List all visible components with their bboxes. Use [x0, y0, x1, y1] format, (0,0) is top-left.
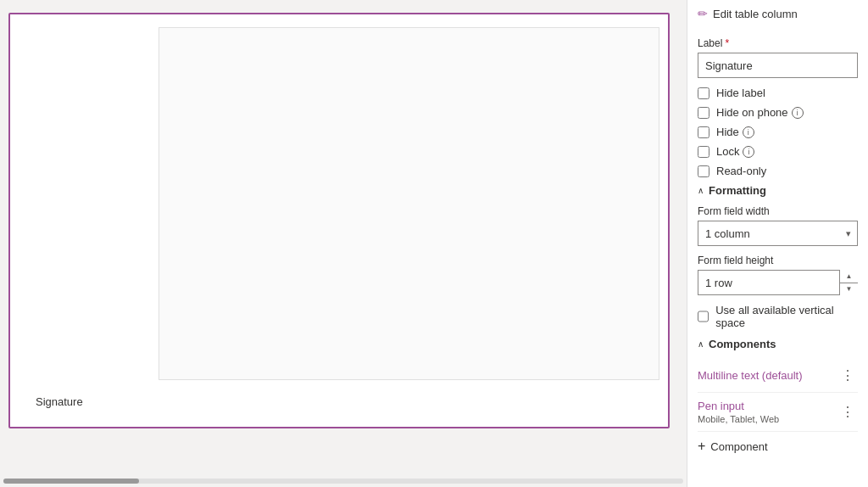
formatting-header[interactable]: ∧ Formatting	[698, 184, 858, 197]
height-input[interactable]	[698, 270, 858, 295]
add-component-plus-icon: +	[698, 439, 705, 454]
main-canvas: Signature	[0, 0, 687, 487]
component-multiline-more-icon[interactable]: ⋮	[837, 366, 858, 385]
component-pen-info: Pen input Mobile, Tablet, Web	[698, 400, 779, 424]
formatting-title: Formatting	[709, 184, 766, 197]
lock-checkbox[interactable]	[698, 146, 709, 158]
label-field-label: Label *	[698, 37, 858, 49]
hide-on-phone-text: Hide on phone i	[716, 106, 804, 119]
panel-header: ✏ Edit table column	[698, 7, 858, 27]
lock-checkbox-row[interactable]: Lock i	[698, 145, 858, 158]
scroll-track	[3, 479, 683, 484]
hide-on-phone-checkbox-row[interactable]: Hide on phone i	[698, 106, 858, 119]
vertical-space-checkbox-row[interactable]: Use all available vertical space	[698, 304, 858, 329]
vertical-space-checkbox[interactable]	[698, 311, 709, 322]
hide-checkbox-row[interactable]: Hide i	[698, 126, 858, 138]
right-panel: ✏ Edit table column Label * Hide label H…	[687, 0, 868, 487]
form-container: Signature	[8, 13, 670, 428]
hide-label-checkbox-row[interactable]: Hide label	[698, 87, 858, 99]
height-increment-button[interactable]: ▲	[840, 270, 858, 283]
hide-on-phone-info-icon[interactable]: i	[792, 107, 804, 119]
required-indicator: *	[725, 37, 729, 49]
add-component-label: Component	[710, 440, 767, 453]
component-multiline-name: Multiline text (default)	[698, 369, 803, 382]
height-control-wrapper: ▲ ▼	[698, 270, 858, 295]
hide-info-icon[interactable]: i	[743, 126, 754, 138]
form-field-height-section: Form field height ▲ ▼	[698, 255, 858, 295]
edit-table-column-icon: ✏	[698, 7, 708, 20]
panel-title: Edit table column	[713, 8, 798, 20]
component-pen-sub: Mobile, Tablet, Web	[698, 414, 779, 424]
components-title: Components	[709, 338, 776, 350]
components-section: ∧ Components Multiline text (default) ⋮ …	[698, 338, 858, 461]
add-component-button[interactable]: + Component	[698, 432, 858, 461]
hide-on-phone-checkbox[interactable]	[698, 107, 709, 119]
hide-label-text: Hide label	[716, 87, 765, 99]
component-pen-more-icon[interactable]: ⋮	[837, 402, 858, 422]
scroll-thumb[interactable]	[3, 479, 139, 484]
component-item-multiline: Multiline text (default) ⋮	[698, 359, 858, 393]
height-decrement-button[interactable]: ▼	[840, 283, 858, 296]
label-input[interactable]	[698, 53, 858, 78]
components-chevron-icon: ∧	[698, 339, 704, 349]
checkboxes-section: Hide label Hide on phone i Hide i Lock i	[698, 87, 858, 177]
height-label: Form field height	[698, 255, 858, 266]
components-header[interactable]: ∧ Components	[698, 338, 858, 350]
height-spinner: ▲ ▼	[839, 270, 858, 295]
hide-checkbox[interactable]	[698, 126, 709, 138]
vertical-space-text: Use all available vertical space	[715, 304, 858, 329]
formatting-section: ∧ Formatting Form field width 1 column 2…	[698, 184, 858, 329]
component-pen-name: Pen input	[698, 400, 779, 412]
signature-label: Signature	[36, 395, 83, 408]
lock-info-icon[interactable]: i	[743, 146, 754, 158]
label-field-section: Label *	[698, 37, 858, 78]
component-item-pen: Pen input Mobile, Tablet, Web ⋮	[698, 393, 858, 432]
component-multiline-info: Multiline text (default)	[698, 369, 803, 382]
read-only-checkbox[interactable]	[698, 165, 709, 177]
formatting-chevron-icon: ∧	[698, 186, 704, 195]
hide-label-checkbox[interactable]	[698, 87, 709, 99]
form-field-width-wrapper: Form field width 1 column 2 columns 3 co…	[698, 205, 858, 246]
read-only-checkbox-row[interactable]: Read-only	[698, 165, 858, 177]
hide-text: Hide i	[716, 126, 754, 138]
lock-text: Lock i	[716, 145, 754, 158]
width-select[interactable]: 1 column 2 columns 3 columns	[698, 221, 858, 246]
signature-field-area	[159, 27, 659, 380]
width-label: Form field width	[698, 205, 858, 217]
horizontal-scrollbar[interactable]	[0, 475, 687, 487]
read-only-text: Read-only	[716, 165, 766, 177]
